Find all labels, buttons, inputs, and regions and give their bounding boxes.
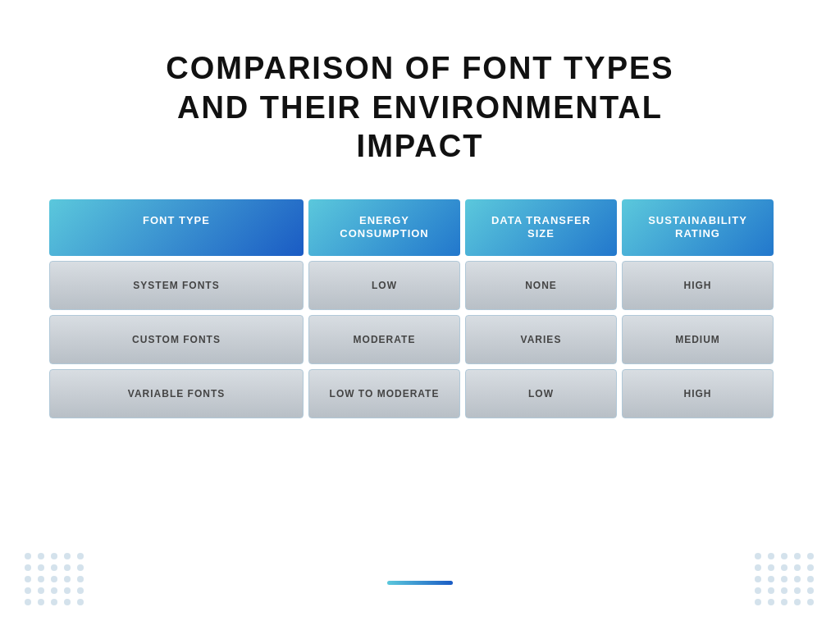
table-row: CUSTOM FONTS MODERATE VARIES MEDIUM — [49, 315, 791, 364]
header-data-transfer-size: DATA TRANSFERSIZE — [465, 199, 617, 257]
cell-variable-fonts-energy: LOW TO MODERATE — [308, 369, 460, 418]
cell-custom-fonts-data: VARIES — [465, 315, 617, 364]
table-header-row: FONT TYPE ENERGYCONSUMPTION DATA TRANSFE… — [49, 199, 791, 257]
header-energy-consumption: ENERGYCONSUMPTION — [308, 199, 460, 257]
cell-variable-fonts-name: VARIABLE FONTS — [49, 369, 304, 418]
cell-system-fonts-sustainability: HIGH — [622, 261, 774, 310]
dots-decoration-right — [755, 553, 815, 605]
table-body: SYSTEM FONTS LOW NONE HIGH CUSTOM FONTS … — [49, 261, 791, 418]
table-row: SYSTEM FONTS LOW NONE HIGH — [49, 261, 791, 310]
cell-custom-fonts-name: CUSTOM FONTS — [49, 315, 304, 364]
cell-system-fonts-name: SYSTEM FONTS — [49, 261, 304, 310]
dots-decoration-left — [25, 553, 85, 605]
cell-system-fonts-data: NONE — [465, 261, 617, 310]
cell-custom-fonts-energy: MODERATE — [308, 315, 460, 364]
bottom-decorative-line — [387, 581, 453, 585]
cell-variable-fonts-sustainability: HIGH — [622, 369, 774, 418]
cell-variable-fonts-data: LOW — [465, 369, 617, 418]
header-font-type: FONT TYPE — [49, 199, 304, 257]
page-title: COMPARISON OF FONT TYPES AND THEIR ENVIR… — [0, 0, 840, 199]
table-row: VARIABLE FONTS LOW TO MODERATE LOW HIGH — [49, 369, 791, 418]
comparison-table: FONT TYPE ENERGYCONSUMPTION DATA TRANSFE… — [49, 199, 791, 419]
cell-custom-fonts-sustainability: MEDIUM — [622, 315, 774, 364]
header-sustainability-rating: SUSTAINABILITYRATING — [622, 199, 774, 257]
cell-system-fonts-energy: LOW — [308, 261, 460, 310]
